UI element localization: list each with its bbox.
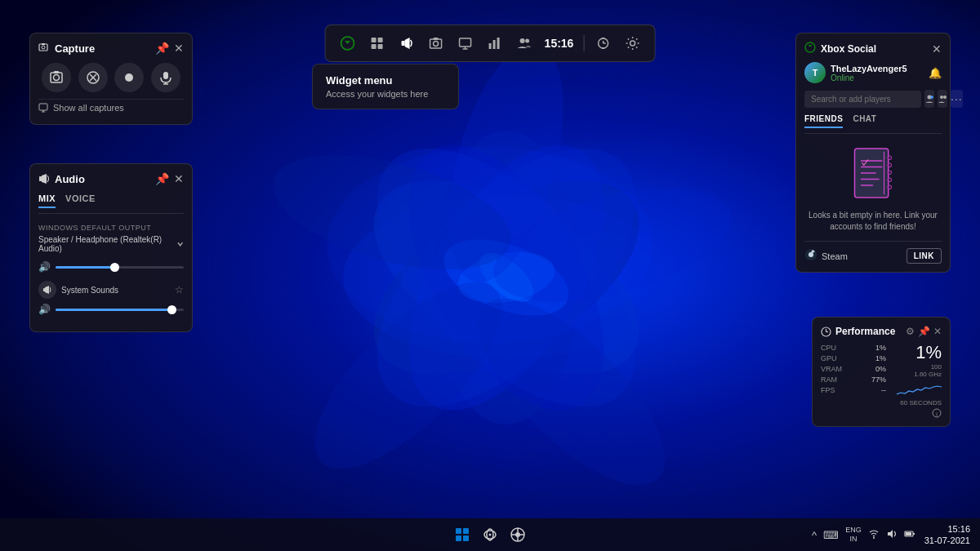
capture-panel-controls: 📌 ✕: [155, 42, 184, 55]
xbox-tab-friends[interactable]: FRIENDS: [804, 114, 843, 128]
xbox-add-friend-icon[interactable]: [924, 90, 934, 108]
perf-fps-label: FPS: [821, 386, 835, 394]
svg-rect-59: [39, 176, 42, 181]
xbox-panel-header: Xbox Social ✕: [804, 42, 942, 56]
system-sounds-thumb[interactable]: [167, 305, 176, 314]
settings-game-bar-icon[interactable]: [618, 29, 646, 57]
widget-game-bar-icon[interactable]: [363, 29, 391, 57]
main-volume-thumb[interactable]: [110, 263, 119, 272]
main-volume-slider[interactable]: [56, 266, 184, 269]
xbox-friends-illustration: [804, 142, 942, 203]
xbox-search-row: ···: [804, 90, 942, 108]
perf-body: CPU 1% GPU 1% VRAM 0% RAM 77% FPS -- 1%: [821, 344, 942, 418]
tray-chevron-icon[interactable]: ^: [809, 527, 819, 543]
taskbar-apps-icon[interactable]: [479, 523, 501, 546]
mic-button[interactable]: [151, 63, 180, 92]
svg-rect-28: [434, 38, 439, 40]
taskbar-start-icon[interactable]: [451, 523, 474, 546]
audio-device-selector[interactable]: Speaker / Headphone (Realtek(R) Audio): [38, 235, 184, 253]
tray-keyboard-icon[interactable]: ⌨: [821, 527, 841, 543]
perf-info-icon[interactable]: i: [932, 408, 942, 418]
tray-wifi-icon[interactable]: [866, 527, 882, 544]
svg-rect-24: [402, 41, 405, 46]
xbox-more-icon[interactable]: ···: [951, 90, 963, 108]
svg-rect-91: [456, 535, 461, 541]
xbox-close-icon[interactable]: ✕: [932, 42, 942, 56]
audio-close-icon[interactable]: ✕: [174, 172, 184, 185]
svg-rect-61: [43, 288, 45, 291]
game-bar-clock: 15:16: [540, 37, 579, 50]
monitor-icon: [38, 103, 48, 113]
svg-marker-25: [405, 38, 410, 49]
capture-panel: Capture 📌 ✕ Show all captures: [29, 33, 193, 125]
capture-pin-icon[interactable]: 📌: [155, 42, 169, 55]
system-sounds-slider[interactable]: [56, 309, 184, 311]
perf-panel-controls: ⚙ 📌 ✕: [906, 326, 942, 337]
perf-close-icon[interactable]: ✕: [933, 326, 942, 337]
perf-pin-icon[interactable]: 📌: [918, 326, 930, 337]
xbox-tab-chat[interactable]: CHAT: [853, 114, 876, 128]
perf-cpu-val: 1%: [875, 344, 886, 352]
tray-battery-icon[interactable]: [902, 527, 918, 544]
capture-close-icon[interactable]: ✕: [174, 42, 184, 55]
xbox-user-row: T TheLazyAvenger5 Online 🔔: [804, 62, 942, 83]
tray-volume-icon[interactable]: [884, 527, 900, 544]
audio-title-icon: [38, 173, 50, 184]
perf-settings-icon[interactable]: ⚙: [906, 326, 915, 337]
capture-title-icon: [38, 42, 50, 54]
svg-rect-38: [601, 38, 604, 39]
show-captures-label: Show all captures: [53, 103, 124, 113]
game-bar-divider: [583, 35, 584, 51]
svg-rect-53: [163, 72, 168, 79]
perf-chart-svg: [897, 380, 942, 398]
system-sounds-fill: [56, 309, 171, 311]
system-sounds-volume-row: 🔊: [38, 304, 184, 315]
stats-game-bar-icon[interactable]: [481, 29, 509, 57]
screenshot-button[interactable]: [42, 63, 71, 92]
tray-language-label[interactable]: ENGIN: [843, 524, 864, 545]
system-sounds-speaker-icon: 🔊: [38, 304, 51, 315]
svg-point-102: [873, 537, 875, 539]
link-account-button[interactable]: LINK: [906, 248, 942, 264]
svg-rect-33: [493, 40, 496, 49]
xbox-user-status: Online: [831, 73, 907, 82]
audio-game-bar-icon[interactable]: [393, 29, 421, 57]
display-game-bar-icon[interactable]: [452, 29, 479, 57]
system-sounds-icon: [38, 281, 56, 299]
perf-big-number: 1%: [915, 344, 942, 362]
svg-rect-48: [54, 71, 59, 73]
taskbar-clock[interactable]: 15:16 31-07-2021: [921, 523, 973, 547]
taskbar-chrome-icon[interactable]: [506, 523, 529, 546]
record-stop-button[interactable]: [78, 63, 108, 92]
svg-point-47: [54, 75, 60, 81]
xbox-search-input[interactable]: [804, 91, 921, 108]
watch-game-bar-icon[interactable]: [589, 29, 617, 57]
svg-marker-103: [888, 530, 893, 538]
xbox-tabs: FRIENDS CHAT: [804, 114, 942, 134]
xbox-notification-bell-icon[interactable]: 🔔: [929, 67, 942, 79]
audio-pin-icon[interactable]: 📌: [155, 172, 169, 185]
audio-panel: Audio 📌 ✕ MIX VOICE WINDOWS DEFAULT OUTP…: [29, 163, 193, 332]
svg-rect-34: [497, 38, 500, 49]
xbox-user-avatar: T: [804, 62, 826, 83]
perf-title-row: Performance: [821, 326, 895, 337]
audio-tab-voice[interactable]: VOICE: [65, 193, 96, 208]
capture-game-bar-icon[interactable]: [422, 29, 450, 57]
speaker-icon: 🔊: [38, 261, 51, 273]
svg-rect-20: [372, 38, 376, 42]
party-game-bar-icon[interactable]: [510, 29, 538, 57]
chevron-down-icon: [176, 240, 184, 248]
audio-tab-mix[interactable]: MIX: [38, 193, 56, 208]
record-button[interactable]: [114, 63, 144, 92]
perf-fps-val: --: [881, 386, 886, 394]
show-all-captures-link[interactable]: Show all captures: [38, 99, 184, 116]
audio-tabs: MIX VOICE: [38, 193, 184, 214]
svg-rect-43: [39, 44, 47, 51]
xbox-username: TheLazyAvenger5: [831, 64, 907, 73]
taskbar-date: 31-07-2021: [924, 535, 970, 546]
taskbar-time: 15:16: [924, 523, 970, 535]
xbox-gamertag-icon[interactable]: [938, 90, 947, 108]
system-sounds-star-icon[interactable]: ☆: [175, 284, 184, 295]
xbox-game-bar-icon[interactable]: [334, 29, 362, 57]
audio-panel-title: Audio: [38, 173, 85, 185]
